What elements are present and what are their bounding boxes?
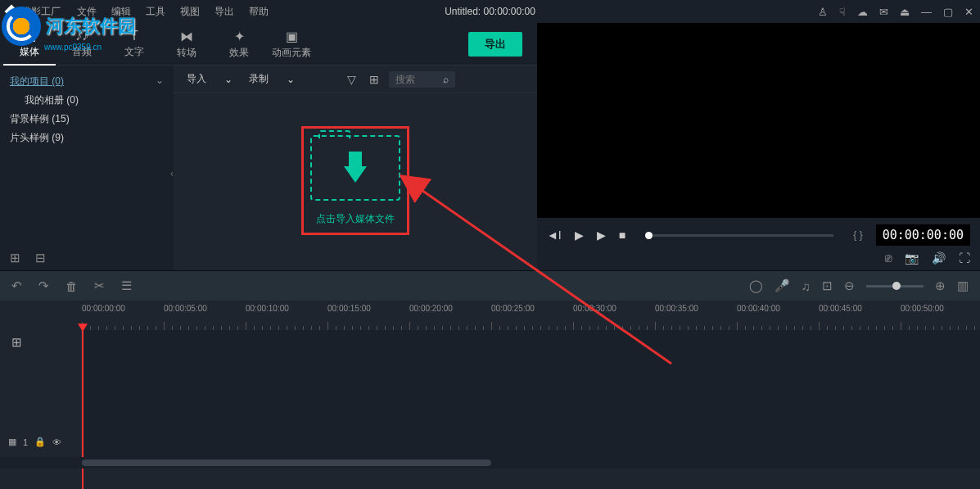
track-controls: ⊞ ▦ 1 🔒 👁 (0, 330, 82, 457)
media-center: 点击导入媒体文件 (174, 93, 537, 270)
menu-tools[interactable]: 工具 (146, 5, 165, 19)
adjust-button[interactable]: ☰ (121, 278, 132, 293)
menu-file[interactable]: 文件 (77, 5, 97, 19)
import-folder-icon (310, 135, 400, 201)
sidebar-bg-sample[interactable]: 背景样例 (15) (10, 110, 164, 129)
transition-icon: ⧓ (160, 29, 213, 44)
prev-frame-button[interactable]: ◄Ι (547, 229, 562, 242)
progress-handle[interactable] (645, 232, 653, 239)
delete-folder-icon[interactable]: ⊟ (35, 251, 46, 265)
sidebar-my-project-label: 我的项目 (0) (10, 75, 64, 87)
menu-export[interactable]: 导出 (215, 5, 234, 19)
mic-icon[interactable]: ⏏ (900, 6, 910, 18)
zoom-fit-button[interactable]: ▥ (957, 278, 969, 293)
zoom-slider[interactable] (866, 285, 924, 288)
tab-transition[interactable]: ⧓转场 (160, 24, 213, 65)
timeline-tracks[interactable]: ⊞ ▦ 1 🔒 👁 (0, 330, 980, 457)
next-frame-button[interactable]: ▶ (597, 229, 606, 242)
effect-icon: ✦ (213, 29, 265, 44)
close-icon[interactable]: ✕ (964, 6, 973, 18)
track-number: 1 (23, 437, 28, 447)
record-label: 录制 (249, 72, 269, 86)
cut-button[interactable]: ✂ (94, 278, 105, 293)
cart-icon[interactable]: ☟ (839, 6, 846, 18)
ruler-tick-label: 00:00:10:00 (246, 304, 289, 313)
menu-edit[interactable]: 编辑 (111, 5, 131, 19)
preview-controls-row2: ⎚ 📷 🔊 ⛶ (547, 247, 970, 269)
timeline-ruler[interactable]: 00:00:00:0000:00:05:0000:00:10:0000:00:1… (0, 301, 980, 330)
preview-progress[interactable] (645, 234, 833, 237)
tab-element[interactable]: ▣动画元素 (265, 24, 318, 65)
zoom-in-button[interactable]: ⊕ (935, 278, 946, 293)
filter-icon[interactable]: ▽ (344, 73, 359, 86)
titlebar: 喵影工厂 文件 编辑 工具 视图 导出 帮助 Untitled: 00:00:0… (0, 0, 980, 23)
titlebar-right-icons: ♙ ☟ ☁ ✉ ⏏ — ▢ ✕ (818, 6, 973, 18)
tab-audio[interactable]: ♪♪音频 (56, 24, 108, 64)
import-media-box[interactable]: 点击导入媒体文件 (301, 126, 409, 235)
ruler-tick-label: 00:00:05:00 (164, 304, 207, 313)
stop-button[interactable]: ■ (619, 229, 625, 242)
play-button[interactable]: ▶ (575, 229, 584, 242)
search-icon[interactable]: ⌕ (443, 74, 449, 85)
redo-button[interactable]: ↷ (38, 278, 49, 293)
quality-icon[interactable]: ⎚ (885, 251, 892, 265)
fullscreen-icon[interactable]: ⛶ (959, 251, 970, 265)
undo-button[interactable]: ↶ (11, 278, 22, 293)
ruler-tick-label: 00:00:50:00 (901, 304, 944, 313)
zoom-handle[interactable] (892, 282, 901, 290)
ruler-tick-label: 00:00:40:00 (737, 304, 780, 313)
sidebar-my-project[interactable]: 我的项目 (0)⌄ (10, 72, 164, 91)
ruler-tick-label: 00:00:20:00 (409, 304, 453, 313)
menu-view[interactable]: 视图 (180, 5, 200, 19)
add-track-button[interactable]: ⊞ (11, 335, 22, 350)
sidebar-bottom: ⊞ ⊟ (10, 251, 46, 265)
timeline-section: ↶ ↷ 🗑 ✂ ☰ ◯ 🎤 ♫ ⊡ ⊖ ⊕ ▥ 00:00:00:0000:00… (0, 270, 980, 489)
maximize-icon[interactable]: ▢ (943, 6, 953, 18)
media-area: 导入⌄ 录制⌄ ▽ ⊞ ⌕ 点击导入媒体文件 (174, 66, 537, 270)
ruler-tick-label: 00:00:30:00 (573, 304, 616, 313)
tab-effect[interactable]: ✦效果 (213, 24, 265, 65)
lock-icon[interactable]: 🔒 (34, 437, 46, 447)
element-icon: ▣ (265, 29, 318, 44)
tab-text[interactable]: T文字 (108, 24, 160, 64)
voiceover-icon[interactable]: 🎤 (775, 278, 790, 293)
account-icon[interactable]: ♙ (818, 6, 828, 18)
search-input[interactable] (395, 74, 436, 85)
sidebar-title-sample[interactable]: 片头样例 (9) (10, 129, 164, 147)
marker-icon[interactable]: ◯ (749, 278, 763, 293)
ruler-tick-label: 00:00:15:00 (327, 304, 371, 313)
delete-button[interactable]: 🗑 (65, 279, 78, 293)
export-button[interactable]: 导出 (468, 32, 522, 57)
window-title: Untitled: 00:00:00:00 (445, 6, 535, 17)
preview-video[interactable] (537, 23, 980, 218)
new-folder-icon[interactable]: ⊞ (10, 251, 20, 265)
message-icon[interactable]: ✉ (879, 6, 888, 18)
volume-icon[interactable]: 🔊 (932, 251, 946, 265)
mark-braces[interactable]: { } (853, 229, 862, 241)
tab-media-label: 媒体 (20, 46, 39, 57)
minimize-icon[interactable]: — (921, 6, 932, 18)
sidebar-my-album[interactable]: 我的相册 (0) (10, 91, 164, 110)
snapshot-icon[interactable]: 📷 (905, 251, 919, 265)
ruler-tick-label: 00:00:35:00 (655, 304, 698, 313)
visibility-icon[interactable]: 👁 (52, 437, 61, 447)
record-dropdown[interactable]: 录制⌄ (244, 72, 300, 86)
preview-panel: ◄Ι ▶ ▶ ■ { } 00:00:00:00 ⎚ 📷 🔊 ⛶ (537, 23, 980, 270)
download-arrow-icon (344, 166, 367, 183)
music-icon[interactable]: ♫ (802, 279, 811, 293)
audio-icon: ♪♪ (56, 29, 108, 43)
search-box[interactable]: ⌕ (389, 71, 455, 88)
main-row: ▦媒体 ♪♪音频 T文字 ⧓转场 ✦效果 ▣动画元素 导出 我的项目 (0)⌄ … (0, 23, 980, 270)
menu-help[interactable]: 帮助 (249, 5, 269, 19)
media-icon: ▦ (3, 28, 56, 43)
grid-view-icon[interactable]: ⊞ (366, 73, 382, 86)
tab-media[interactable]: ▦媒体 (3, 23, 56, 66)
app-name: 喵影工厂 (21, 5, 61, 19)
tab-transition-label: 转场 (177, 47, 196, 58)
timeline-scrollbar[interactable] (0, 457, 980, 469)
scrollbar-thumb[interactable] (82, 460, 491, 466)
zoom-out-button[interactable]: ⊖ (844, 278, 855, 293)
render-icon[interactable]: ⊡ (822, 278, 833, 293)
import-dropdown[interactable]: 导入⌄ (182, 72, 237, 86)
cloud-icon[interactable]: ☁ (857, 6, 868, 18)
